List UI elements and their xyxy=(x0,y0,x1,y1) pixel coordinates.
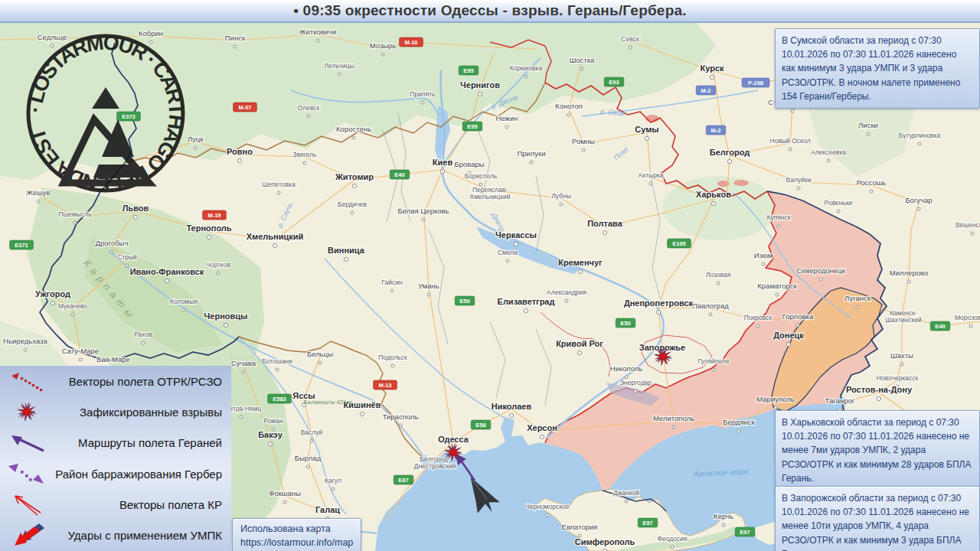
city-label: Переяслав-Хмельницкий xyxy=(470,186,511,201)
city-label: Смела xyxy=(498,249,518,256)
city-label: Прилуки xyxy=(517,149,545,158)
city-label: Умань xyxy=(418,282,439,290)
city-label: Одесса xyxy=(438,435,469,444)
city-label: Белгород-Днестровский xyxy=(414,455,456,470)
city-dot xyxy=(505,126,508,129)
city-dot xyxy=(273,243,276,247)
city-label: Шахты xyxy=(890,351,913,360)
legend-row-otrk: Векторы полета ОТРК/РСЗО xyxy=(0,366,231,396)
explosion-icon xyxy=(0,399,55,425)
road-badge-label: Е87 xyxy=(398,477,408,484)
city-dot xyxy=(577,350,581,354)
city-label: Хмельницкий xyxy=(247,232,304,241)
city-dot xyxy=(819,278,822,281)
city-dot xyxy=(51,301,54,305)
city-label: Вёшенская xyxy=(956,221,980,229)
city-label: Изюм xyxy=(754,251,773,259)
city-label: Ровно xyxy=(227,147,253,156)
city-dot xyxy=(165,279,168,282)
city-dot xyxy=(580,67,583,70)
city-dot xyxy=(240,416,243,419)
city-label: Шостка xyxy=(570,56,595,64)
city-dot xyxy=(242,370,245,373)
city-dot xyxy=(351,211,354,214)
city-dot xyxy=(774,406,777,409)
city-label: Новочеркасск xyxy=(877,374,919,382)
legend-row-umpk: Удары с применением УМПК xyxy=(0,520,231,551)
city-dot xyxy=(791,109,794,112)
city-dot xyxy=(360,412,364,416)
city-dot xyxy=(422,218,425,221)
city-dot xyxy=(427,293,430,296)
city-dot xyxy=(546,514,549,517)
city-label: Россошь xyxy=(857,178,887,187)
city-label: Житомир xyxy=(335,172,374,181)
city-dot xyxy=(710,75,714,79)
city-dot xyxy=(776,293,779,296)
road-badge-label: Р-298 xyxy=(748,80,763,86)
map-attribution[interactable]: Использована карта https://lostarmour.in… xyxy=(232,518,361,551)
city-label: Лиски xyxy=(858,121,878,129)
city-label: Бутурлиновка xyxy=(899,132,941,139)
city-label: Таганрог xyxy=(825,396,855,405)
geran-route-icon xyxy=(0,431,55,455)
city-dot xyxy=(867,132,870,135)
city-dot xyxy=(712,368,715,371)
city-label: Ахтырка xyxy=(638,171,663,179)
road-badge-label: Е58 xyxy=(475,422,485,429)
gerber-loiter-icon xyxy=(0,461,55,487)
city-label: Киев xyxy=(433,158,453,167)
city-dot xyxy=(306,465,309,468)
city-label: Энергодар xyxy=(619,379,652,386)
city-dot xyxy=(352,136,355,139)
legend-panel: Векторы полета ОТРК/РСЗО Зафиксированные… xyxy=(0,366,231,551)
city-dot xyxy=(756,324,760,328)
city-dot xyxy=(540,435,544,439)
city-dot xyxy=(316,39,319,42)
legend-label: Векторы полета КР xyxy=(55,498,231,511)
city-label: Роман xyxy=(263,417,283,425)
city-label: Борисполь xyxy=(465,172,498,180)
city-dot xyxy=(582,148,585,152)
city-label: Покровск xyxy=(744,314,773,321)
city-dot xyxy=(391,364,394,367)
road-badge-label: Е583 xyxy=(273,396,286,403)
city-dot xyxy=(352,184,356,187)
city-label: Васлуй xyxy=(301,429,323,436)
city-label: Рахов xyxy=(134,331,152,338)
city-dot xyxy=(634,390,637,393)
city-label: Гуляйполе xyxy=(697,357,730,365)
city-dot xyxy=(870,190,873,193)
city-dot xyxy=(524,75,528,78)
city-label: Бердянск xyxy=(723,418,755,426)
city-dot xyxy=(837,210,840,213)
city-dot xyxy=(217,272,220,275)
city-dot xyxy=(603,230,606,234)
city-label: Сату-Маре xyxy=(62,347,99,355)
city-label: Белгород xyxy=(710,148,750,157)
city-label: Днепропетровск xyxy=(624,298,694,308)
city-label: Гайсин xyxy=(381,279,403,286)
city-dot xyxy=(918,142,921,145)
city-label: Коломыя xyxy=(170,298,198,305)
city-dot xyxy=(303,161,306,165)
city-dot xyxy=(649,182,652,185)
peak-label: Баланешты 429 м xyxy=(304,399,352,406)
city-dot xyxy=(796,324,799,327)
city-dot xyxy=(971,232,974,235)
city-label: Олевск xyxy=(298,104,320,112)
road-badge-label: М-19 xyxy=(207,212,220,219)
ticker-text: • 09:35 окрестности Одессы - взрыв. Гера… xyxy=(293,2,686,19)
city-dot xyxy=(310,439,313,442)
city-label: Чернигов xyxy=(460,80,500,90)
city-label: Бердичев xyxy=(338,201,368,208)
city-label: Харьков xyxy=(696,190,731,199)
road-badge-label: Е50 xyxy=(459,298,469,305)
road-badge-label: Е97 xyxy=(642,520,652,527)
city-label: Богучар xyxy=(905,196,932,204)
city-label: Павлоград xyxy=(692,302,729,310)
city-label: Бая-Маре xyxy=(96,355,130,364)
road-badge-label: М-07 xyxy=(238,104,251,111)
city-dot xyxy=(727,159,731,163)
explosion-marker xyxy=(18,404,35,421)
